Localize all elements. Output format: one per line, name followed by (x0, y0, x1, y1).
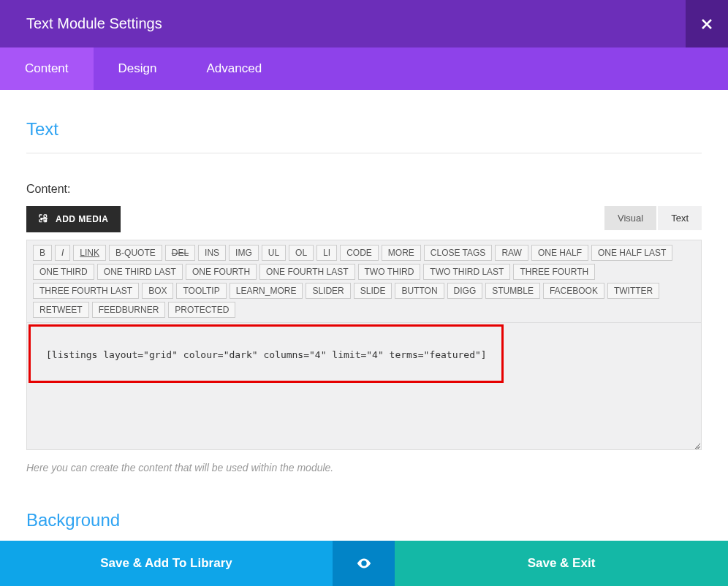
footer-actions: Save & Add To Library Save & Exit (0, 541, 728, 586)
modal-header: Text Module Settings (0, 0, 728, 47)
editor-tab-visual[interactable]: Visual (604, 206, 656, 230)
tab-content[interactable]: Content (0, 47, 94, 90)
resize-handle-icon[interactable] (691, 439, 699, 448)
svg-point-0 (40, 218, 42, 220)
quicktag-img[interactable]: IMG (229, 245, 259, 261)
editor-header-row: ADD MEDIA Visual Text (26, 206, 702, 240)
quicktag-raw[interactable]: RAW (495, 245, 528, 261)
tab-design[interactable]: Design (94, 47, 182, 90)
quicktag-twitter[interactable]: TWITTER (607, 283, 659, 299)
add-media-button[interactable]: ADD MEDIA (26, 206, 121, 232)
quicktag-one-third-last[interactable]: ONE THIRD LAST (97, 264, 183, 280)
preview-button[interactable] (333, 541, 395, 586)
editor-tab-text[interactable]: Text (658, 206, 702, 230)
quicktag-three-fourth[interactable]: THREE FOURTH (513, 264, 595, 280)
quicktag-one-fourth-last[interactable]: ONE FOURTH LAST (259, 264, 354, 280)
quicktag-facebook[interactable]: FACEBOOK (543, 283, 604, 299)
quicktag-ol[interactable]: OL (289, 245, 314, 261)
quicktag-retweet[interactable]: RETWEET (33, 302, 89, 318)
quicktag-two-third[interactable]: TWO THIRD (358, 264, 421, 280)
save-add-library-button[interactable]: Save & Add To Library (0, 541, 333, 586)
quicktag-del[interactable]: DEL (165, 245, 195, 261)
quicktag-more[interactable]: MORE (382, 245, 421, 261)
eye-icon (356, 555, 372, 571)
editor-mode-tabs: Visual Text (604, 206, 702, 230)
modal-title: Text Module Settings (26, 15, 162, 32)
quicktag-code[interactable]: CODE (340, 245, 379, 261)
content-scroll-area[interactable]: Text Content: ADD MEDIA Visual Text BILI… (0, 90, 728, 541)
quicktag-li[interactable]: LI (316, 245, 337, 261)
tab-advanced[interactable]: Advanced (181, 47, 287, 90)
editor-content: [listings layout="grid" colour="dark" co… (46, 349, 691, 360)
editor-textarea[interactable]: [listings layout="grid" colour="dark" co… (26, 322, 702, 450)
quicktag-protected[interactable]: PROTECTED (168, 302, 235, 318)
main-tabs: Content Design Advanced (0, 47, 728, 90)
quicktag-ins[interactable]: INS (198, 245, 226, 261)
quicktag-one-fourth[interactable]: ONE FOURTH (186, 264, 257, 280)
content-help-text: Here you can create the content that wil… (26, 462, 702, 473)
section-heading-background: Background (26, 510, 702, 541)
close-button[interactable] (686, 0, 728, 47)
quicktag-tooltip[interactable]: TOOLTIP (176, 283, 226, 299)
quicktag-learn-more[interactable]: LEARN_MORE (230, 283, 303, 299)
save-exit-button[interactable]: Save & Exit (395, 541, 728, 586)
content-field-label: Content: (26, 183, 702, 196)
quicktag-feedburner[interactable]: FEEDBURNER (92, 302, 166, 318)
quicktag-three-fourth-last[interactable]: THREE FOURTH LAST (33, 283, 139, 299)
quicktag-b-quote[interactable]: B-QUOTE (109, 245, 162, 261)
add-media-label: ADD MEDIA (56, 214, 109, 224)
quicktag-button[interactable]: BUTTON (395, 283, 444, 299)
close-icon (701, 18, 713, 30)
quicktag-link[interactable]: LINK (73, 245, 106, 261)
quicktag-slider[interactable]: SLIDER (306, 283, 350, 299)
quicktag-one-third[interactable]: ONE THIRD (33, 264, 94, 280)
quicktag-box[interactable]: BOX (142, 283, 173, 299)
quicktag-one-half[interactable]: ONE HALF (531, 245, 588, 261)
quicktag-one-half-last[interactable]: ONE HALF LAST (591, 245, 672, 261)
quicktag-ul[interactable]: UL (262, 245, 286, 261)
quicktag-slide[interactable]: SLIDE (354, 283, 393, 299)
media-icon (38, 213, 50, 225)
quicktag-digg[interactable]: DIGG (447, 283, 483, 299)
quicktag-i[interactable]: I (55, 245, 70, 261)
quicktags-toolbar: BILINKB-QUOTEDELINSIMGULOLLICODEMORECLOS… (26, 240, 702, 322)
section-heading-text: Text (26, 119, 702, 153)
quicktag-close-tags[interactable]: CLOSE TAGS (424, 245, 493, 261)
quicktag-b[interactable]: B (33, 245, 52, 261)
quicktag-stumble[interactable]: STUMBLE (485, 283, 540, 299)
svg-point-1 (363, 562, 365, 565)
quicktag-two-third-last[interactable]: TWO THIRD LAST (423, 264, 510, 280)
